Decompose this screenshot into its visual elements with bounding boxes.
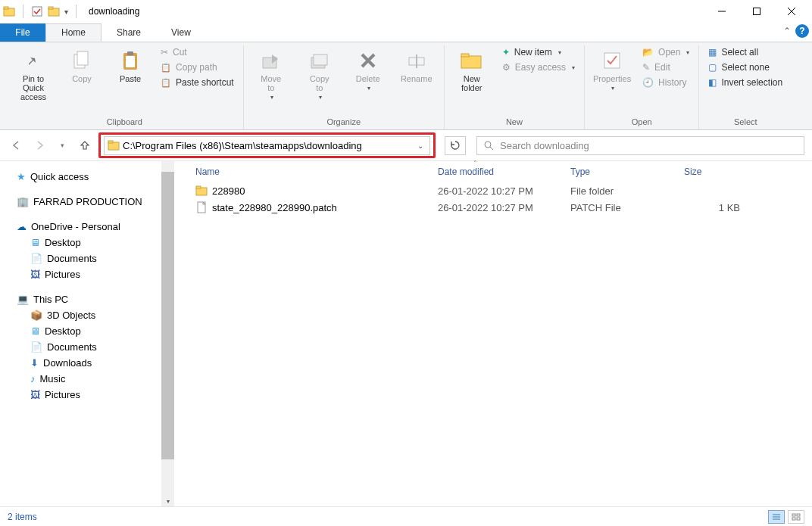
search-box[interactable] <box>476 136 804 155</box>
ribbon-tabs: File Home Share View ⌃ ? <box>0 23 812 42</box>
forward-button[interactable] <box>30 136 48 154</box>
history-button[interactable]: 🕘History <box>638 76 694 89</box>
up-button[interactable] <box>76 136 94 154</box>
pictures-icon: 🖼 <box>30 389 40 400</box>
properties-icon <box>600 48 624 73</box>
delete-icon <box>356 48 380 73</box>
nav-scroll-down[interactable]: ▾ <box>161 496 174 506</box>
tab-view[interactable]: View <box>156 23 206 42</box>
nav-pc-music[interactable]: ♪Music <box>0 371 174 387</box>
copy-path-button[interactable]: 📋Copy path <box>156 61 239 74</box>
move-to-button[interactable]: Move to▾ <box>248 45 294 104</box>
nav-farrad[interactable]: 🏢FARRAD PRODUCTION <box>0 194 174 210</box>
nav-quick-access[interactable]: ★Quick access <box>0 169 174 185</box>
nav-this-pc[interactable]: 💻This PC <box>0 291 174 307</box>
star-icon: ★ <box>17 171 26 182</box>
qat-properties-icon[interactable] <box>31 5 43 17</box>
titlebar: ▾ downloading <box>0 0 812 23</box>
building-icon: 🏢 <box>17 196 29 207</box>
tab-home[interactable]: Home <box>45 23 102 42</box>
easy-access-button[interactable]: ⚙Easy access▾ <box>498 61 579 74</box>
nav-od-documents[interactable]: 📄Documents <box>0 251 174 266</box>
delete-button[interactable]: Delete▾ <box>345 45 391 95</box>
svg-rect-21 <box>461 56 481 68</box>
nav-3d-objects[interactable]: 📦3D Objects <box>0 307 174 323</box>
nav-od-pictures[interactable]: 🖼Pictures <box>0 266 174 282</box>
nav-scrollbar-thumb[interactable] <box>161 172 174 459</box>
svg-rect-12 <box>126 56 135 67</box>
ribbon-group-select: ▦Select all ▢Select none ◧Invert selecti… <box>699 45 792 129</box>
invert-selection-button[interactable]: ◧Invert selection <box>704 76 787 89</box>
file-name: 228980 <box>212 185 245 197</box>
desktop-icon: 🖥 <box>30 325 40 337</box>
history-icon: 🕘 <box>642 77 654 88</box>
tab-share[interactable]: Share <box>102 23 156 42</box>
copy-path-icon: 📋 <box>161 63 171 73</box>
select-none-button[interactable]: ▢Select none <box>704 61 787 74</box>
svg-rect-34 <box>792 514 795 516</box>
select-all-button[interactable]: ▦Select all <box>704 45 787 59</box>
open-button[interactable]: 📂Open▾ <box>638 45 694 59</box>
back-button[interactable] <box>8 136 26 154</box>
paste-button[interactable]: Paste <box>108 45 153 86</box>
nav-pc-pictures[interactable]: 🖼Pictures <box>0 387 174 403</box>
ribbon-group-clipboard: Pin to Quick access Copy Paste ✂Cut 📋Cop… <box>6 45 244 129</box>
minimize-button[interactable] <box>704 0 739 23</box>
ribbon-group-open: Properties▾ 📂Open▾ ✎Edit 🕘History Open <box>585 45 699 129</box>
file-size: 1 KB <box>678 202 746 213</box>
file-type: PATCH File <box>564 202 678 213</box>
close-button[interactable] <box>774 0 809 23</box>
copy-button[interactable]: Copy <box>59 45 105 86</box>
svg-rect-1 <box>4 7 8 9</box>
refresh-button[interactable] <box>445 136 466 155</box>
view-large-icons-button[interactable] <box>788 510 804 524</box>
cut-icon: ✂ <box>161 47 168 58</box>
edit-icon: ✎ <box>642 62 650 73</box>
file-name: state_228980_228990.patch <box>212 202 337 213</box>
search-input[interactable] <box>500 140 798 151</box>
ribbon: Pin to Quick access Copy Paste ✂Cut 📋Cop… <box>0 42 812 130</box>
new-item-button[interactable]: ✦New item▾ <box>498 45 579 59</box>
qat-folder-icon[interactable] <box>48 5 60 17</box>
address-input[interactable] <box>123 140 414 151</box>
ribbon-collapse-icon[interactable]: ⌃ <box>783 26 791 36</box>
file-date: 26-01-2022 10:27 PM <box>432 185 564 197</box>
maximize-button[interactable] <box>739 0 774 23</box>
svg-rect-22 <box>461 54 469 57</box>
properties-button[interactable]: Properties▾ <box>589 45 635 95</box>
copy-to-button[interactable]: Copy to▾ <box>297 45 342 104</box>
column-date[interactable]: Date modified <box>432 167 564 177</box>
rename-button[interactable]: Rename <box>394 45 439 86</box>
column-type[interactable]: Type <box>564 167 678 177</box>
column-size[interactable]: Size <box>678 167 746 177</box>
svg-rect-16 <box>314 54 327 65</box>
paste-shortcut-button[interactable]: 📋Paste shortcut <box>156 76 239 89</box>
qat-dropdown-icon[interactable]: ▾ <box>64 8 68 16</box>
file-date: 26-01-2022 10:27 PM <box>432 202 564 213</box>
new-folder-button[interactable]: New folder <box>449 45 495 95</box>
select-all-icon: ▦ <box>708 47 717 58</box>
nav-onedrive[interactable]: ☁OneDrive - Personal <box>0 219 174 235</box>
cut-button[interactable]: ✂Cut <box>156 45 239 59</box>
music-icon: ♪ <box>30 373 36 384</box>
column-name[interactable]: Name <box>189 167 432 177</box>
file-row[interactable]: state_228980_228990.patch 26-01-2022 10:… <box>174 199 812 216</box>
edit-button[interactable]: ✎Edit <box>638 61 694 74</box>
address-dropdown-icon[interactable]: ⌄ <box>414 142 426 150</box>
view-details-button[interactable] <box>768 510 785 524</box>
nav-pc-desktop[interactable]: 🖥Desktop <box>0 323 174 339</box>
help-icon[interactable]: ? <box>795 24 809 38</box>
pin-quick-access-button[interactable]: Pin to Quick access <box>11 45 56 104</box>
open-icon: 📂 <box>642 47 654 58</box>
svg-rect-35 <box>797 514 800 516</box>
nav-pc-documents[interactable]: 📄Documents <box>0 339 174 355</box>
svg-rect-10 <box>77 51 88 65</box>
nav-od-desktop[interactable]: 🖥Desktop <box>0 235 174 251</box>
recent-locations-button[interactable]: ▾ <box>53 136 71 154</box>
pictures-icon: 🖼 <box>30 269 40 280</box>
tab-file[interactable]: File <box>0 23 45 42</box>
nav-pc-downloads[interactable]: ⬇Downloads <box>0 355 174 371</box>
column-headers: Name Date modified Type Size <box>174 161 812 182</box>
move-to-icon <box>259 48 283 73</box>
file-row[interactable]: 228980 26-01-2022 10:27 PM File folder <box>174 182 812 199</box>
